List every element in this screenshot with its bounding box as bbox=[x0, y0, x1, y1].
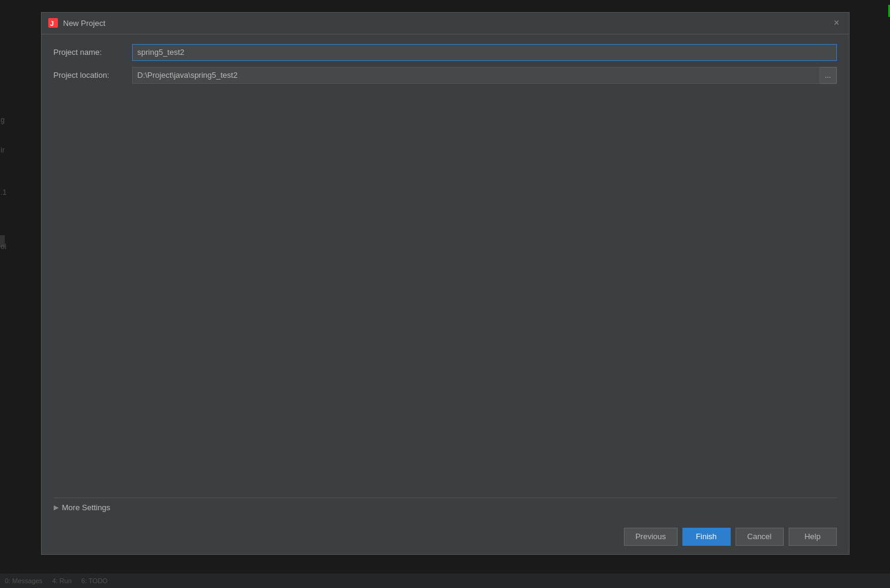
more-settings-arrow-icon: ▶ bbox=[54, 504, 59, 511]
browse-button[interactable]: ... bbox=[820, 67, 837, 84]
more-settings-section[interactable]: ▶ More Settings bbox=[54, 498, 837, 514]
project-name-row: Project name: bbox=[54, 44, 837, 61]
dialog-footer: Previous Finish Cancel Help bbox=[42, 522, 849, 554]
project-location-input[interactable] bbox=[132, 67, 820, 84]
dialog-title-bar: J New Project × bbox=[42, 13, 849, 34]
project-name-input[interactable] bbox=[132, 44, 837, 61]
finish-button[interactable]: Finish bbox=[682, 528, 731, 546]
dialog-title: New Project bbox=[63, 19, 106, 28]
content-area bbox=[54, 92, 837, 498]
new-project-dialog: J New Project × Project name: Project lo… bbox=[41, 12, 850, 555]
close-button[interactable]: × bbox=[831, 17, 843, 29]
cancel-button[interactable]: Cancel bbox=[736, 528, 784, 546]
project-location-label: Project location: bbox=[54, 71, 132, 80]
previous-button[interactable]: Previous bbox=[624, 528, 678, 546]
svg-text:J: J bbox=[50, 20, 54, 27]
more-settings-label: More Settings bbox=[62, 503, 110, 512]
help-button[interactable]: Help bbox=[789, 528, 837, 546]
project-name-label: Project name: bbox=[54, 48, 132, 57]
app-icon: J bbox=[48, 17, 59, 28]
project-location-row: Project location: ... bbox=[54, 67, 837, 84]
dialog-body: Project name: Project location: ... ▶ Mo… bbox=[42, 34, 849, 522]
